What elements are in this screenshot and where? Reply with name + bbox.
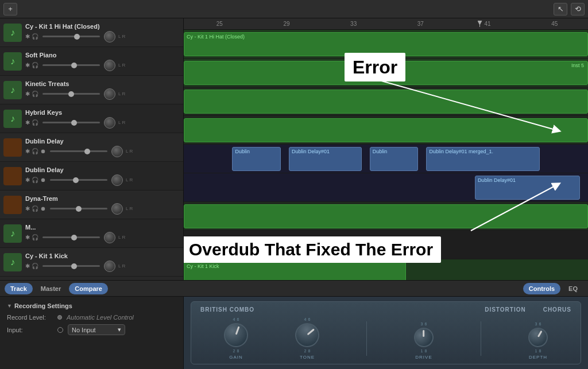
headphone-icon-2[interactable]: 🎧 — [32, 62, 38, 68]
track-row-2[interactable]: ♪ Soft Piano ✱ 🎧 L R — [0, 47, 183, 76]
tone-label: TONE — [300, 355, 315, 360]
volume-slider-5[interactable] — [50, 150, 107, 152]
track-row-5[interactable]: Dublin Delay ✱ 🎧 ⏺ L R — [0, 133, 183, 162]
tab-eq[interactable]: EQ — [563, 283, 583, 294]
headphone-icon-3[interactable]: 🎧 — [32, 91, 38, 97]
input-circle-icon[interactable] — [57, 327, 63, 333]
tab-compare[interactable]: Compare — [69, 283, 108, 294]
mute-icon-8[interactable]: ✱ — [25, 234, 30, 240]
track-row-6[interactable]: Dublin Delay ✱ 🎧 ⏺ L R — [0, 162, 183, 191]
gain-knob[interactable] — [224, 323, 248, 347]
record-icon-7[interactable]: ⏺ — [40, 205, 46, 212]
track-row-1[interactable]: ♪ Cy - Kit 1 Hi Hat (Closed) ✱ 🎧 L R — [0, 18, 183, 47]
track-info-9: Cy - Kit 1 Kick ✱ 🎧 L R — [25, 253, 180, 272]
depth-knob[interactable] — [527, 326, 549, 348]
clip-4-1[interactable] — [184, 118, 588, 142]
volume-thumb-8 — [71, 235, 77, 240]
auto-level-label: Automatic Level Control — [67, 314, 134, 321]
track-controls-1: ✱ 🎧 L R — [25, 31, 180, 42]
track-row-4[interactable]: ♪ Hybrid Keys ✱ 🎧 L R — [0, 104, 183, 133]
arrange-track-3[interactable] — [184, 87, 588, 116]
pan-knob-4[interactable] — [104, 117, 115, 129]
mark-29: 29 — [253, 21, 320, 27]
clip-5-4[interactable]: Dublin Delay#01 merged_1. — [426, 147, 539, 171]
tab-track[interactable]: Track — [5, 283, 33, 294]
clip-5-2[interactable]: Dublin Delay#01 — [289, 147, 362, 171]
track-name-9: Cy - Kit 1 Kick — [25, 253, 180, 259]
volume-slider-7[interactable] — [50, 208, 107, 209]
input-row: Input: No Input ▾ — [7, 324, 176, 335]
volume-slider-2[interactable] — [42, 64, 100, 66]
mute-icon-6[interactable]: ✱ — [25, 177, 30, 183]
track-info-8: M... ✱ 🎧 L R — [25, 224, 180, 243]
clip-5-1[interactable]: Dublin — [232, 147, 280, 171]
drive-label: DRIVE — [415, 355, 432, 360]
headphone-icon-7[interactable]: 🎧 — [32, 205, 38, 212]
tab-master[interactable]: Master — [35, 283, 67, 294]
loop-button[interactable]: ⟲ — [571, 3, 585, 15]
headphone-icon-9[interactable]: 🎧 — [32, 263, 38, 269]
track-name-5: Dublin Delay — [25, 138, 180, 145]
headphone-icon-5[interactable]: 🎧 — [32, 148, 38, 154]
volume-slider-8[interactable] — [42, 236, 100, 238]
track-row-7[interactable]: Dyna-Trem ✱ 🎧 ⏺ L R — [0, 191, 183, 219]
pan-knob-3[interactable] — [104, 88, 115, 100]
pan-knob-2[interactable] — [104, 60, 115, 71]
lr-label-3: L R — [118, 91, 125, 96]
headphone-icon-4[interactable]: 🎧 — [32, 119, 38, 126]
mark-25: 25 — [186, 21, 253, 27]
mute-icon-1[interactable]: ✱ — [25, 33, 30, 40]
clip-6-1[interactable]: Dublin Delay#01 — [475, 176, 580, 200]
mute-icon-9[interactable]: ✱ — [25, 263, 30, 269]
arrange-track-6[interactable]: Dublin Delay#01 — [184, 173, 588, 202]
volume-slider-4[interactable] — [42, 122, 100, 123]
volume-thumb-6 — [73, 177, 79, 183]
volume-slider-6[interactable] — [50, 179, 107, 181]
pan-knob-8[interactable] — [104, 232, 115, 243]
track-info-4: Hybrid Keys ✱ 🎧 L R — [25, 109, 180, 129]
mute-icon-3[interactable]: ✱ — [25, 91, 30, 97]
pan-knob-7[interactable] — [111, 203, 123, 215]
clip-9-1[interactable]: Cy - Kit 1 Kick — [184, 262, 406, 280]
pan-knob-9[interactable] — [104, 261, 115, 272]
mute-icon-5[interactable]: ✱ — [25, 148, 30, 154]
mark-33: 33 — [320, 21, 387, 27]
level-dot[interactable] — [57, 315, 62, 320]
volume-slider-9[interactable] — [42, 265, 100, 267]
clip-5-3[interactable]: Dublin — [370, 147, 418, 171]
volume-slider-1[interactable] — [42, 36, 100, 37]
mute-icon-4[interactable]: ✱ — [25, 119, 30, 126]
track-controls-4: ✱ 🎧 L R — [25, 117, 180, 129]
cursor-tool-button[interactable]: ↖ — [554, 3, 567, 15]
arrange-track-7[interactable] — [184, 202, 588, 231]
volume-slider-3[interactable] — [42, 93, 100, 95]
headphone-icon-1[interactable]: 🎧 — [32, 33, 38, 40]
mark-41: 41 — [454, 21, 521, 27]
volume-thumb-1 — [74, 34, 80, 40]
track-name-4: Hybrid Keys — [25, 109, 180, 116]
tone-knob[interactable] — [291, 318, 323, 351]
add-track-button[interactable]: + — [3, 3, 17, 15]
mute-icon-2[interactable]: ✱ — [25, 62, 30, 68]
drive-knob[interactable] — [411, 325, 436, 350]
arrange-track-4[interactable] — [184, 116, 588, 145]
playhead — [479, 21, 480, 27]
track-row-3[interactable]: ♪ Kinetic Trreats ✱ 🎧 L R — [0, 76, 183, 104]
pan-knob-1[interactable] — [104, 31, 115, 42]
headphone-icon-6[interactable]: 🎧 — [32, 177, 38, 183]
mute-icon-7[interactable]: ✱ — [25, 205, 30, 212]
timeline-marks: 25 29 33 37 41 45 — [186, 21, 588, 27]
headphone-icon-8[interactable]: 🎧 — [32, 234, 38, 240]
track-row-8[interactable]: ♪ M... ✱ 🎧 L R — [0, 219, 183, 248]
record-icon-6[interactable]: ⏺ — [40, 177, 46, 183]
pan-knob-6[interactable] — [111, 174, 123, 186]
arrange-track-5[interactable]: DublinDublin Delay#01DublinDublin Delay#… — [184, 145, 588, 173]
clip-3-1[interactable] — [184, 90, 588, 114]
track-row-9[interactable]: ♪ Cy - Kit 1 Kick ✱ 🎧 L R — [0, 248, 183, 277]
pan-knob-5[interactable] — [111, 146, 123, 157]
tab-controls[interactable]: Controls — [523, 283, 560, 294]
input-select[interactable]: No Input ▾ — [68, 324, 125, 335]
record-icon-5[interactable]: ⏺ — [40, 148, 46, 154]
collapse-icon[interactable]: ▼ — [7, 303, 12, 309]
clip-7-1[interactable] — [184, 204, 588, 228]
